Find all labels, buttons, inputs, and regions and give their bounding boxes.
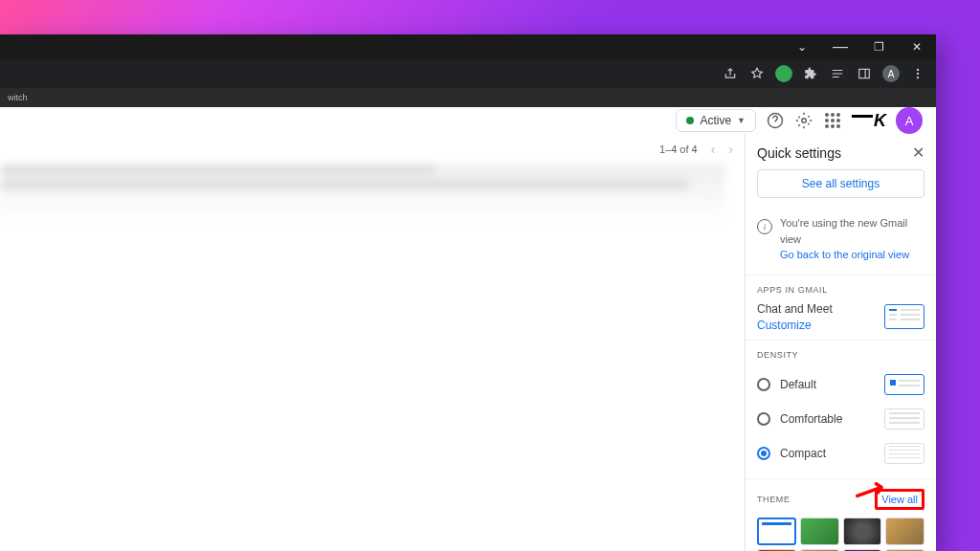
pager: 1–4 of 4 ‹ › [659, 142, 733, 157]
svg-rect-0 [859, 69, 870, 77]
settings-gear-icon[interactable] [794, 111, 813, 130]
section-header-density: DENSITY [757, 350, 924, 360]
density-default-thumb[interactable] [884, 374, 924, 395]
app-content: Active ▼ A 1–4 of 4 ‹ › [0, 107, 936, 551]
density-comfortable-radio[interactable] [757, 412, 770, 426]
titlebar-dropdown-icon[interactable]: ⌄ [787, 35, 817, 58]
close-panel-icon[interactable]: ✕ [912, 143, 924, 162]
density-compact-label: Compact [780, 447, 826, 460]
browser-menu-icon[interactable] [909, 65, 926, 82]
customize-link[interactable]: Customize [757, 319, 833, 332]
inbox-area: 1–4 of 4 ‹ › [0, 134, 745, 551]
annotation-arrow-icon [856, 481, 890, 500]
share-icon[interactable] [722, 65, 739, 82]
theme-tile-3[interactable] [885, 518, 924, 545]
account-avatar[interactable]: A [896, 107, 923, 134]
pager-next-icon[interactable]: › [728, 142, 733, 157]
reading-list-icon[interactable] [829, 65, 846, 82]
theme-tile-1[interactable] [800, 518, 839, 545]
minimize-button[interactable]: — [825, 35, 856, 58]
brand-logo [852, 109, 886, 132]
density-compact-thumb[interactable] [884, 443, 924, 464]
svg-point-4 [917, 77, 919, 78]
close-window-button[interactable]: ✕ [902, 35, 932, 58]
status-dot-icon [686, 117, 694, 124]
density-default-radio[interactable] [757, 378, 770, 391]
section-header-theme: THEME [757, 495, 791, 504]
see-all-settings-button[interactable]: See all settings [757, 169, 924, 198]
theme-section: THEME View all [746, 479, 936, 552]
info-notice: i You're using the new Gmail view Go bac… [746, 208, 936, 276]
extensions-puzzle-icon[interactable] [802, 65, 819, 82]
theme-tile-2[interactable] [843, 518, 882, 545]
gmail-header: Active ▼ A [0, 107, 936, 134]
density-default-label: Default [780, 378, 816, 391]
panel-title: Quick settings [757, 145, 841, 161]
browser-toolbar: A [0, 59, 936, 88]
density-compact-radio[interactable] [757, 447, 770, 460]
pager-prev-icon[interactable]: ‹ [711, 142, 716, 157]
density-comfortable-label: Comfortable [780, 412, 842, 426]
extension-green-icon[interactable] [775, 65, 792, 82]
maximize-button[interactable]: ❐ [863, 35, 894, 58]
help-icon[interactable] [766, 111, 785, 130]
tab-strip: witch [0, 88, 936, 107]
info-icon: i [757, 219, 772, 234]
bookmark-star-icon[interactable] [748, 65, 766, 82]
status-active-pill[interactable]: Active ▼ [676, 109, 756, 132]
theme-tile-default[interactable] [757, 518, 796, 545]
revert-view-link[interactable]: Go back to the original view [780, 249, 909, 260]
browser-window: ⌄ — ❐ ✕ A witch Active [0, 34, 936, 551]
blurred-emails [0, 165, 725, 222]
tab-label[interactable]: witch [0, 91, 35, 104]
profile-avatar-icon[interactable]: A [882, 65, 900, 82]
chat-meet-label: Chat and Meet [757, 302, 833, 316]
density-comfortable-thumb[interactable] [884, 408, 924, 430]
info-text: You're using the new Gmail view [780, 217, 907, 245]
status-label: Active [700, 114, 731, 127]
svg-point-6 [802, 119, 807, 123]
quick-settings-panel: Quick settings ✕ See all settings i You'… [745, 134, 936, 551]
svg-point-2 [917, 69, 919, 71]
pager-range: 1–4 of 4 [659, 143, 698, 155]
chevron-down-icon: ▼ [737, 116, 746, 125]
density-section: DENSITY Default Comfortable [746, 341, 936, 479]
section-header-apps: APPS IN GMAIL [757, 285, 924, 295]
svg-point-3 [917, 73, 919, 75]
apps-section: APPS IN GMAIL Chat and Meet Customize [746, 276, 936, 341]
sidepanel-icon[interactable] [856, 65, 873, 82]
window-titlebar: ⌄ — ❐ ✕ [0, 34, 936, 59]
apps-layout-thumb[interactable] [884, 304, 924, 329]
apps-grid-icon[interactable] [823, 111, 842, 130]
